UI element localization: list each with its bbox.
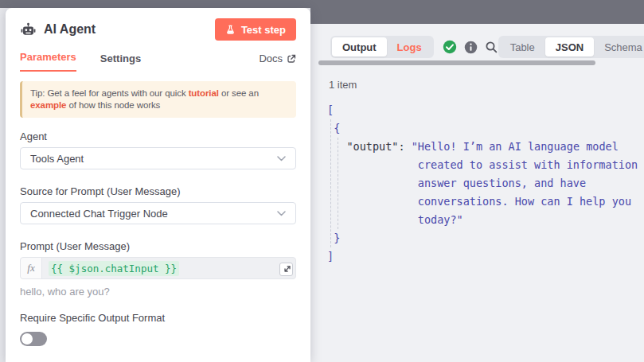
source-label: Source for Prompt (User Message) xyxy=(20,185,296,197)
expand-expression-icon[interactable] xyxy=(279,263,293,276)
tab-table[interactable]: Table xyxy=(500,37,545,56)
output-panel-header: Output Logs Table JSON Schema xyxy=(309,24,644,58)
horizontal-scrollbar[interactable] xyxy=(318,60,595,65)
node-tabs: Parameters Settings Docs xyxy=(20,48,296,72)
expression-value: {{ $json.chatInput }} xyxy=(49,261,179,276)
example-link[interactable]: example xyxy=(30,100,66,110)
expression-input[interactable]: {{ $json.chatInput }} xyxy=(42,258,295,278)
agent-field-group: Agent Tools Agent xyxy=(20,130,296,169)
view-mode-switch: Table JSON Schema xyxy=(498,36,644,58)
items-count: 1 item xyxy=(329,79,644,91)
node-settings-panel: AI Agent Test step Parameters Settings D… xyxy=(6,8,310,362)
test-step-button[interactable]: Test step xyxy=(215,18,296,41)
output-format-toggle[interactable] xyxy=(20,332,47,346)
tab-output[interactable]: Output xyxy=(332,37,387,56)
tab-json[interactable]: JSON xyxy=(545,37,594,56)
node-title: AI Agent xyxy=(44,22,96,37)
chevron-down-icon xyxy=(277,156,286,162)
tab-logs[interactable]: Logs xyxy=(387,37,432,56)
success-check-icon xyxy=(443,40,457,54)
prompt-label: Prompt (User Message) xyxy=(20,240,296,252)
agent-selected-value: Tools Agent xyxy=(30,153,84,165)
indent-guide xyxy=(338,138,338,229)
output-format-label: Require Specific Output Format xyxy=(20,312,296,324)
tab-parameters[interactable]: Parameters xyxy=(20,51,76,72)
overlay-backdrop-right xyxy=(310,0,644,24)
source-field-group: Source for Prompt (User Message) Connect… xyxy=(20,185,296,224)
tab-schema[interactable]: Schema xyxy=(594,37,644,56)
output-format-field-group: Require Specific Output Format xyxy=(20,312,296,346)
tip-text: of how this node works xyxy=(66,100,160,110)
output-panel: Output Logs Table JSON Schema 1 item [ {… xyxy=(309,24,644,362)
flask-icon xyxy=(225,25,236,35)
indent-guide xyxy=(330,119,331,247)
tip-text: Tip: Get a feel for agents with our quic… xyxy=(30,88,189,98)
json-viewer: [ { "output": "Hello! I’m an AI language… xyxy=(327,101,644,266)
info-icon[interactable] xyxy=(464,41,478,54)
agent-label: Agent xyxy=(20,130,296,142)
output-logs-switch: Output Logs xyxy=(330,36,434,58)
robot-icon xyxy=(20,21,37,38)
tab-settings[interactable]: Settings xyxy=(100,53,141,72)
docs-link[interactable]: Docs xyxy=(259,53,296,72)
prompt-field-group: Prompt (User Message) fx {{ $json.chatIn… xyxy=(20,240,296,298)
test-step-label: Test step xyxy=(241,24,286,36)
search-icon[interactable] xyxy=(485,41,498,54)
tip-callout: Tip: Get a feel for agents with our quic… xyxy=(20,81,296,118)
source-select[interactable]: Connected Chat Trigger Node xyxy=(20,202,296,224)
external-link-icon xyxy=(287,54,296,64)
node-header: AI Agent Test step xyxy=(20,18,296,41)
toggle-knob xyxy=(21,333,33,344)
docs-label: Docs xyxy=(259,53,283,64)
fx-badge: fx xyxy=(21,258,42,278)
source-selected-value: Connected Chat Trigger Node xyxy=(30,208,168,220)
tip-text: or see an xyxy=(219,88,259,98)
json-code: [ { "output": "Hello! I’m an AI language… xyxy=(327,101,644,266)
output-status-icons xyxy=(443,40,498,54)
expression-preview: hello, who are you? xyxy=(20,286,296,298)
prompt-expression-field[interactable]: fx {{ $json.chatInput }} xyxy=(20,257,296,279)
tutorial-link[interactable]: tutorial xyxy=(189,88,219,98)
chevron-down-icon xyxy=(277,211,286,216)
agent-select[interactable]: Tools Agent xyxy=(20,147,296,169)
